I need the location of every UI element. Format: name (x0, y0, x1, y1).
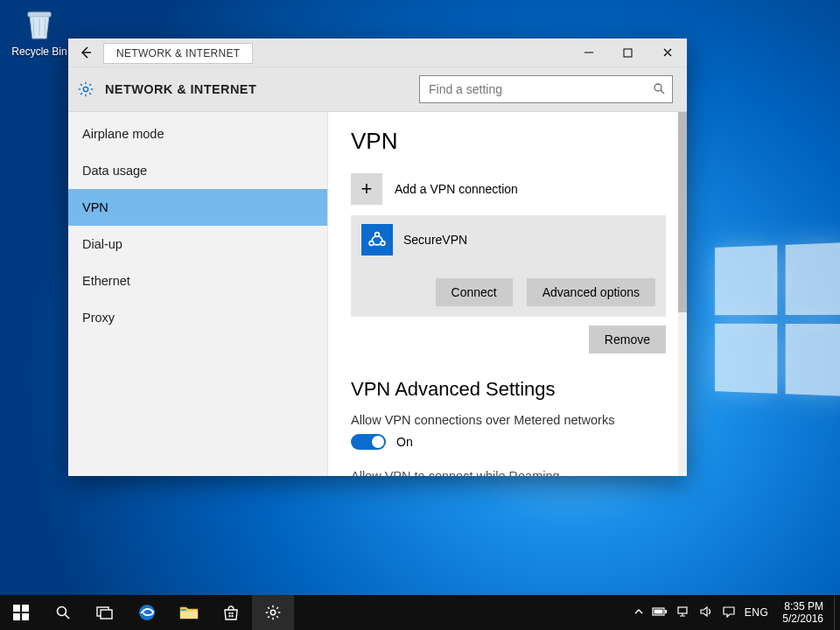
speaker-icon (699, 606, 713, 618)
taskbar-app-store[interactable] (210, 595, 252, 630)
svg-point-11 (58, 607, 66, 616)
taskbar: ENG 8:35 PM 5/2/2016 (0, 595, 840, 630)
close-button[interactable] (648, 38, 687, 66)
svg-rect-16 (181, 609, 186, 611)
close-icon (662, 47, 673, 58)
svg-rect-19 (229, 615, 231, 617)
windows-logo-graphic (715, 242, 840, 396)
tray-clock[interactable]: 8:35 PM 5/2/2016 (777, 600, 829, 625)
settings-header: NETWORK & INTERNET (68, 67, 687, 112)
vpn-connection-item[interactable]: SecureVPN Connect Advanced options (351, 215, 666, 317)
tray-volume[interactable] (699, 606, 713, 620)
svg-rect-18 (232, 612, 234, 614)
connect-button[interactable]: Connect (436, 278, 513, 306)
scrollbar-thumb[interactable] (678, 112, 687, 312)
roaming-label-partial: Allow VPN to connect while Roaming (351, 469, 668, 476)
metered-networks-label: Allow VPN connections over Metered netwo… (351, 413, 668, 427)
sidebar-item-label: Dial-up (82, 237, 122, 251)
search-input[interactable] (427, 81, 653, 97)
settings-window: NETWORK & INTERNET NETWORK & INTERNET (68, 38, 687, 476)
toggle-state-label: On (396, 435, 413, 449)
svg-rect-9 (13, 613, 20, 620)
store-icon (222, 604, 240, 621)
sidebar-item-label: Proxy (82, 311, 115, 325)
section-heading-advanced: VPN Advanced Settings (351, 378, 668, 401)
sidebar-item-proxy[interactable]: Proxy (68, 299, 327, 336)
tray-action-center[interactable] (722, 606, 736, 620)
svg-point-2 (83, 87, 88, 91)
svg-point-6 (381, 242, 385, 246)
vpn-icon (361, 224, 393, 256)
svg-rect-13 (101, 610, 112, 619)
sidebar-item-label: VPN (82, 200, 108, 214)
minimize-icon (584, 47, 594, 58)
vpn-connection-name: SecureVPN (403, 233, 467, 247)
sidebar-item-airplane-mode[interactable]: Airplane mode (68, 116, 327, 152)
show-desktop-button[interactable] (834, 595, 840, 630)
task-view-icon (96, 606, 114, 620)
search-icon (55, 605, 71, 620)
svg-rect-8 (22, 605, 29, 612)
plus-icon: + (351, 173, 382, 205)
page-title: NETWORK & INTERNET (105, 82, 256, 96)
svg-point-3 (654, 84, 662, 91)
desktop-icon-recycle-bin[interactable]: Recycle Bin (5, 5, 74, 58)
content-scrollbar[interactable] (678, 112, 687, 476)
maximize-icon (623, 48, 633, 58)
edge-icon (137, 603, 157, 622)
desktop-icon-label: Recycle Bin (5, 46, 74, 58)
sidebar-item-ethernet[interactable]: Ethernet (68, 262, 327, 299)
add-vpn-label: Add a VPN connection (395, 182, 518, 196)
svg-rect-23 (665, 610, 667, 613)
taskbar-app-edge[interactable] (126, 595, 168, 630)
svg-rect-17 (229, 612, 231, 614)
network-icon (676, 606, 690, 618)
notification-icon (722, 606, 736, 618)
arrow-left-icon (78, 45, 94, 60)
tray-time: 8:35 PM (782, 600, 823, 612)
taskbar-app-settings[interactable] (252, 595, 294, 630)
start-button[interactable] (0, 595, 42, 630)
tray-language[interactable]: ENG (745, 606, 769, 619)
battery-icon (652, 606, 668, 617)
windows-start-icon (13, 605, 29, 620)
tray-battery[interactable] (652, 606, 668, 620)
section-heading-vpn: VPN (351, 128, 668, 155)
taskbar-app-file-explorer[interactable] (168, 595, 210, 630)
back-button[interactable] (68, 38, 103, 66)
tray-date: 5/2/2016 (782, 612, 823, 625)
settings-search[interactable] (419, 75, 673, 103)
search-icon (653, 82, 665, 97)
window-titlebar: NETWORK & INTERNET (68, 38, 687, 67)
maximize-button[interactable] (608, 38, 648, 66)
folder-icon (179, 605, 199, 620)
remove-button[interactable]: Remove (589, 326, 666, 354)
svg-rect-10 (22, 613, 29, 620)
advanced-options-button[interactable]: Advanced options (527, 278, 655, 306)
sidebar-item-label: Data usage (82, 164, 147, 178)
svg-point-21 (270, 610, 275, 614)
sidebar-item-label: Ethernet (82, 274, 130, 288)
minimize-button[interactable] (569, 38, 608, 66)
chevron-up-icon (634, 607, 643, 616)
add-vpn-row[interactable]: + Add a VPN connection (351, 171, 668, 215)
tray-network[interactable] (676, 606, 690, 620)
tray-overflow-chevron[interactable] (634, 606, 643, 619)
sidebar-item-vpn[interactable]: VPN (68, 189, 327, 226)
system-tray: ENG 8:35 PM 5/2/2016 (626, 595, 834, 630)
taskbar-search-button[interactable] (42, 595, 84, 630)
svg-rect-1 (624, 49, 632, 57)
recycle-bin-icon (21, 5, 58, 42)
svg-rect-0 (28, 12, 51, 17)
settings-sidebar: Airplane mode Data usage VPN Dial-up Eth… (68, 112, 328, 476)
svg-rect-24 (654, 609, 662, 613)
settings-content: VPN + Add a VPN connection (328, 112, 687, 476)
metered-toggle[interactable] (351, 434, 386, 450)
sidebar-item-dial-up[interactable]: Dial-up (68, 226, 327, 262)
svg-rect-7 (13, 605, 20, 612)
sidebar-item-data-usage[interactable]: Data usage (68, 152, 327, 189)
window-title-tab: NETWORK & INTERNET (103, 43, 253, 64)
svg-rect-25 (678, 607, 687, 613)
task-view-button[interactable] (84, 595, 126, 630)
svg-rect-15 (180, 612, 198, 619)
